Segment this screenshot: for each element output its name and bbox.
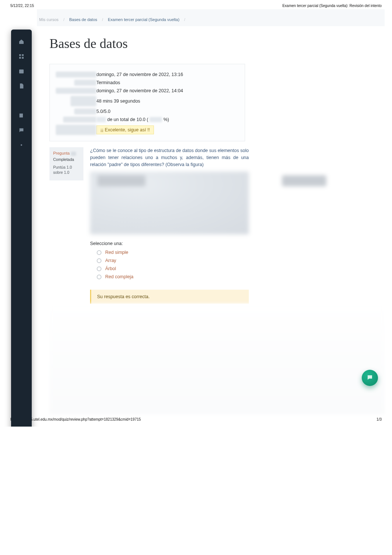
label-points bbox=[74, 108, 96, 114]
question-text: ¿Cómo se le conoce al tipo de estructura… bbox=[90, 147, 249, 168]
question-figure bbox=[90, 172, 249, 234]
grade-suffix: %) bbox=[164, 117, 169, 122]
value-state: Terminados bbox=[96, 80, 120, 85]
print-doc-title: Examen tercer parcial (Segunda vuelta): … bbox=[282, 4, 382, 8]
question-number-hidden bbox=[71, 152, 76, 156]
option-red-simple[interactable]: Red simple bbox=[90, 248, 249, 256]
chat-fab[interactable] bbox=[362, 370, 378, 386]
svg-point-5 bbox=[21, 144, 22, 146]
question-select-label: Seleccione una: bbox=[90, 241, 249, 246]
home-icon bbox=[18, 39, 24, 46]
value-points: 5.0/5.0 bbox=[96, 109, 110, 114]
book-icon bbox=[18, 113, 24, 120]
print-timestamp: 5/12/22, 22:15 bbox=[10, 4, 34, 8]
sidebar-item-dashboard[interactable] bbox=[11, 49, 32, 64]
content-fade bbox=[49, 304, 385, 414]
review-summary: domingo, 27 de noviembre de 2022, 13:16 … bbox=[49, 64, 245, 141]
grade-mid: de un total de 10.0 ( bbox=[107, 117, 148, 122]
file-icon bbox=[18, 83, 24, 90]
sidebar-item-calendar[interactable] bbox=[11, 64, 32, 79]
radio-icon bbox=[97, 258, 102, 263]
grid-icon bbox=[18, 54, 24, 61]
grade-value-hidden bbox=[96, 117, 106, 122]
breadcrumb-root[interactable]: Mis cursos bbox=[39, 17, 59, 22]
question-score-line2: sobre 1.0 bbox=[53, 170, 80, 175]
sidebar-item-chat[interactable] bbox=[11, 123, 32, 138]
sidebar-item-courses[interactable] bbox=[11, 108, 32, 123]
value-started-on: domingo, 27 de noviembre de 2022, 13:16 bbox=[96, 72, 183, 77]
svg-rect-0 bbox=[19, 54, 21, 56]
question-meta: Pregunta Completada Puntúa 1.0 sobre 1.0 bbox=[49, 147, 83, 180]
option-label: Array bbox=[105, 258, 116, 263]
sidebar-item-settings[interactable] bbox=[11, 138, 32, 153]
breadcrumb: Mis cursos / Bases de datos / Examen ter… bbox=[37, 9, 385, 26]
svg-rect-4 bbox=[19, 69, 24, 73]
value-time-taken: 48 mins 39 segundos bbox=[96, 99, 140, 104]
value-grade: de un total de 10.0 ( %) bbox=[96, 117, 169, 123]
option-red-compleja[interactable]: Red compleja bbox=[90, 273, 249, 281]
option-label: Red compleja bbox=[105, 274, 133, 279]
label-feedback bbox=[56, 125, 96, 135]
sidebar-item-file[interactable] bbox=[11, 79, 32, 94]
print-footer-page: 1/3 bbox=[376, 417, 382, 421]
breadcrumb-course[interactable]: Bases de datos bbox=[69, 17, 97, 22]
option-array[interactable]: Array bbox=[90, 256, 249, 265]
chat-bubble-icon bbox=[367, 374, 373, 382]
chevron-right-icon: / bbox=[180, 18, 189, 22]
question-state: Completada bbox=[53, 157, 80, 162]
question-options: Red simple Array Árbol Red compleja bbox=[90, 248, 249, 281]
svg-rect-3 bbox=[22, 57, 24, 59]
label-started-on bbox=[56, 72, 96, 77]
sidebar-item-grades[interactable] bbox=[11, 94, 32, 108]
radio-icon bbox=[97, 250, 102, 255]
page-title: Bases de datos bbox=[37, 26, 385, 64]
label-finished-on bbox=[56, 88, 96, 94]
chat-icon bbox=[18, 127, 24, 134]
option-label: Árbol bbox=[105, 266, 116, 271]
label-time-taken bbox=[71, 96, 96, 106]
label-grade bbox=[63, 117, 96, 123]
svg-rect-1 bbox=[22, 54, 24, 56]
radio-icon bbox=[97, 266, 102, 271]
chevron-right-icon: / bbox=[98, 18, 107, 22]
label-state bbox=[74, 80, 96, 86]
breadcrumb-page[interactable]: Examen tercer parcial (Segunda vuelta) bbox=[108, 17, 179, 22]
option-arbol[interactable]: Árbol bbox=[90, 265, 249, 273]
question-feedback: Su respuesta es correcta. bbox=[90, 290, 249, 304]
overall-feedback: ¡¡ Excelente, sigue así !! bbox=[96, 125, 154, 134]
sidebar-item-home[interactable] bbox=[11, 35, 32, 49]
chevron-right-icon: / bbox=[60, 18, 68, 22]
question-score-line1: Puntúa 1.0 bbox=[53, 165, 80, 170]
svg-rect-2 bbox=[19, 57, 21, 59]
grade-percent-hidden bbox=[149, 117, 162, 122]
option-label: Red simple bbox=[105, 250, 128, 255]
gear-icon bbox=[18, 142, 24, 149]
sidebar-nav bbox=[11, 30, 32, 427]
calendar-icon bbox=[18, 68, 24, 75]
value-finished-on: domingo, 27 de noviembre de 2022, 14:04 bbox=[96, 88, 183, 93]
radio-icon bbox=[97, 275, 102, 279]
question-label: Pregunta bbox=[53, 151, 70, 155]
question-block: Pregunta Completada Puntúa 1.0 sobre 1.0… bbox=[49, 147, 385, 304]
list-icon bbox=[18, 98, 24, 105]
